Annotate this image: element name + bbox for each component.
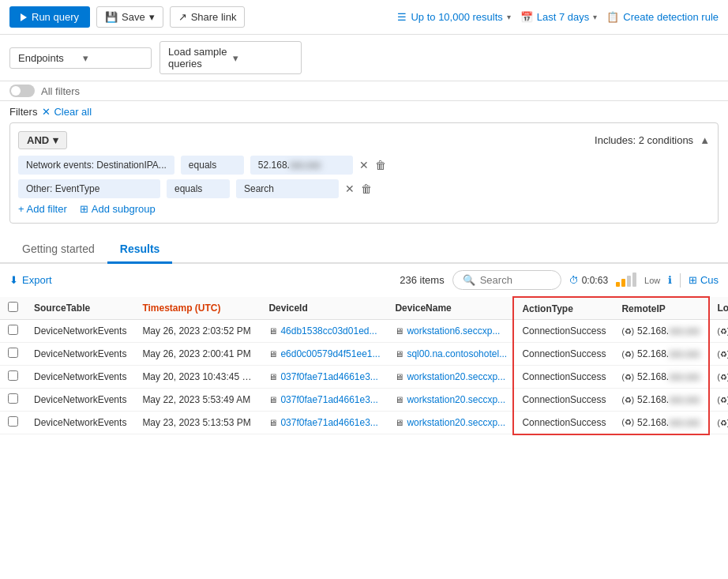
tab-getting-started[interactable]: Getting started [9,236,107,264]
toolbar-right: ☰ Up to 10,000 results ▾ 📅 Last 7 days ▾… [397,11,719,23]
detection-icon: 📋 [606,11,619,23]
row-checkbox-4[interactable] [8,416,18,427]
filter-area: AND ▾ Includes: 2 conditions ▲ Network e… [9,122,719,224]
run-query-button[interactable]: Run query [9,6,90,28]
clear-filter-2-button[interactable]: ✕ [345,182,355,195]
tab-results-label: Results [120,243,160,255]
time-range-selector[interactable]: 📅 Last 7 days ▾ [520,11,598,23]
remote-ip-value: 52.168.xxx.xxx [637,417,700,428]
share-link-button[interactable]: ↗ Share link [170,6,246,28]
monitor-icon: 🖥 [268,395,277,404]
cell-source-table: DeviceNetworkEvents [26,366,134,389]
monitor-icon: 🖥 [268,418,277,427]
monitor-icon: 🖥 [395,395,403,404]
save-button[interactable]: 💾 Save ▾ [96,6,163,28]
row-checkbox-3[interactable] [8,393,18,404]
add-filter-label: + Add filter [18,203,67,215]
monitor-icon: 🖥 [395,418,403,427]
perf-bar-4 [632,273,636,287]
local-icon: (♻) [718,327,729,336]
blurred-remote-ip: xxx.xxx [669,394,700,405]
results-search-input[interactable] [480,274,551,286]
filter-val-2[interactable]: Search [236,179,339,198]
cell-device-name: 🖥 workstation20.seccxp... [387,366,513,389]
select-all-checkbox[interactable] [8,302,18,312]
local-icon: (♻) [718,419,729,427]
device-id-link[interactable]: e6d0c00579d4f51ee1... [280,348,380,359]
export-label: Export [22,274,52,286]
delete-filter-2-button[interactable]: 🗑 [361,182,372,195]
tab-results[interactable]: Results [107,236,173,264]
clear-filter-1-button[interactable]: ✕ [359,159,369,171]
add-subgroup-label: Add subgroup [92,203,156,215]
col-device-name[interactable]: DeviceName [387,297,513,320]
create-detection-rule-button[interactable]: 📋 Create detection rule [606,11,719,23]
cell-device-id: 🖥 037f0fae71ad4661e3... [261,366,387,389]
timer-icon: ⏱ [569,275,579,286]
device-id-link[interactable]: 037f0fae71ad4661e3... [280,371,377,382]
collapse-icon[interactable]: ▲ [700,134,710,146]
info-icon[interactable]: ℹ [668,274,672,286]
device-name-link[interactable]: workstation20.seccxp... [407,371,505,382]
device-name-link[interactable]: workstation6.seccxp... [407,325,500,336]
chevron-down-icon: ▾ [593,13,597,21]
and-header: AND ▾ Includes: 2 conditions ▲ [18,131,710,149]
monitor-icon: 🖥 [268,349,277,359]
row-checkbox-cell [0,320,26,343]
cell-device-id: 🖥 037f0fae71ad4661e3... [261,389,387,412]
filter-op-1[interactable]: equals [181,156,244,175]
play-icon [21,13,27,21]
row-checkbox-1[interactable] [8,348,18,358]
device-name-link[interactable]: workstation20.seccxp... [407,394,505,405]
device-name-link[interactable]: workstation20.seccxp... [407,417,505,428]
results-limit-label: Up to 10,000 results [411,11,502,23]
filter-val-1[interactable]: 52.168.xxx.xxx [250,156,353,175]
device-id-link[interactable]: 037f0fae71ad4661e3... [280,417,377,428]
delete-filter-1-button[interactable]: 🗑 [375,159,386,171]
cell-local-ip: (♻) 192.168.xxx.xxx [709,412,729,434]
filters-text: Filters [9,106,37,118]
all-filters-toggle[interactable] [9,85,35,97]
clear-all-button[interactable]: ✕ Clear all [42,106,92,118]
row-checkbox-0[interactable] [8,325,18,335]
row-checkbox-2[interactable] [8,370,18,381]
filter-op-2[interactable]: equals [167,179,230,198]
row-checkbox-cell [0,366,26,389]
results-search-box[interactable]: 🔍 [452,270,561,290]
cell-source-table: DeviceNetworkEvents [26,343,134,366]
source-selector[interactable]: Endpoints ▾ [9,47,152,69]
toolbar: Run query 💾 Save ▾ ↗ Share link ☰ Up to … [0,0,728,35]
cell-remote-ip: (♻) 52.168.xxx.xxx [614,412,708,434]
col-checkbox [0,297,26,320]
cell-device-name: 🖥 sql00.na.contosohotel... [387,343,513,366]
filter-row-1: Network events: DestinationIPA... equals… [18,156,710,175]
perf-bar-3 [627,276,631,287]
create-rule-label: Create detection rule [623,11,719,23]
remote-ip-value: 52.168.xxx.xxx [637,348,700,359]
col-local-ip[interactable]: LocalIP [709,297,729,320]
export-button[interactable]: ⬇ Export [9,274,52,286]
cell-source-table: DeviceNetworkEvents [26,412,134,434]
filter-field-2[interactable]: Other: EventType [18,179,160,198]
sample-queries-selector[interactable]: Load sample queries ▾ [159,41,302,74]
device-id-link[interactable]: 46db1538cc03d01ed... [280,325,377,336]
filter-field-1[interactable]: Network events: DestinationIPA... [18,156,174,175]
col-timestamp[interactable]: Timestamp (UTC) [134,297,261,320]
add-subgroup-button[interactable]: ⊞ Add subgroup [80,203,156,215]
col-source-table[interactable]: SourceTable [26,297,134,320]
and-badge[interactable]: AND ▾ [18,131,67,149]
and-label: AND [27,134,49,146]
device-id-link[interactable]: 037f0fae71ad4661e3... [280,394,377,405]
local-icon: (♻) [718,373,729,382]
customize-columns-button[interactable]: ⊞ Cus [689,274,719,286]
cell-remote-ip: (♻) 52.168.xxx.xxx [614,343,708,366]
col-device-id[interactable]: DeviceId [261,297,387,320]
col-action-type[interactable]: ActionType [513,297,614,320]
col-remote-ip[interactable]: RemoteIP [614,297,708,320]
add-filter-button[interactable]: + Add filter [18,203,67,215]
run-query-label: Run query [32,11,79,23]
results-limit-selector[interactable]: ☰ Up to 10,000 results ▾ [397,11,510,23]
device-name-link[interactable]: sql00.na.contosohotel... [407,348,507,359]
cell-device-name: 🖥 workstation6.seccxp... [387,320,513,343]
local-icon: (♻) [718,350,729,359]
